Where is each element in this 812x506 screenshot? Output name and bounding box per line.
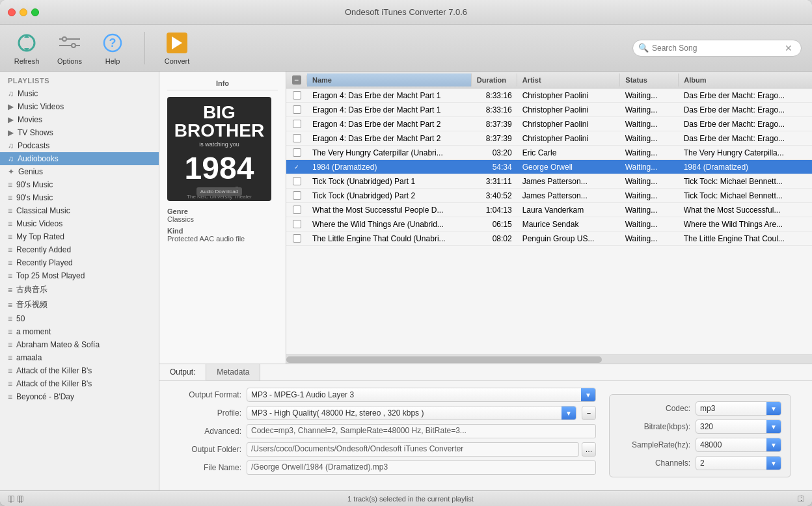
table-row[interactable]: The Very Hungry Caterpillar (Unabri... 0… [286,146,812,160]
format-select[interactable]: MP3 - MPEG-1 Audio Layer 3 ▼ [247,388,596,402]
table-row[interactable]: Eragon 4: Das Erbe der Macht Part 1 8:33… [286,103,812,117]
table-row[interactable]: Eragon 4: Das Erbe der Macht Part 2 8:37… [286,131,812,146]
scrollbar-thumb[interactable] [286,356,602,363]
table-row[interactable]: 1984 (Dramatized) 54:34 George Orwell Wa… [286,160,812,174]
sidebar-item-tv-shows[interactable]: ▶ TV Shows [0,126,159,139]
close-button[interactable] [8,8,16,16]
sidebar-item-my-top-rated[interactable]: ≡ My Top Rated [0,230,159,243]
row-checkbox[interactable] [293,220,301,228]
table-row[interactable]: Tick Tock (Unabridged) Part 2 3:40:52 Ja… [286,189,812,203]
td-name: Eragon 4: Das Erbe der Macht Part 2 [307,133,472,144]
row-checkbox[interactable] [293,163,301,171]
sidebar-item-a-moment[interactable]: ≡ a moment [0,325,159,338]
kind-row: Kind Protected AAC audio file [167,227,278,243]
td-check[interactable] [286,191,307,200]
options-button[interactable]: Options [53,31,86,65]
playlist-icon: ≡ [8,219,12,228]
status-text: 1 track(s) selected in the current playl… [23,495,798,503]
sidebar-item-music[interactable]: ♫ Music [0,87,159,100]
row-checkbox[interactable] [293,105,301,114]
td-check[interactable] [286,206,307,214]
sidebar-item-chinese-music[interactable]: ≡ 古典音乐 [0,282,159,297]
table-row[interactable]: What the Most Successful People D... 1:0… [286,203,812,217]
sidebar-item-audiobooks[interactable]: ♫ Audiobooks [0,152,159,165]
bitrate-select[interactable]: 320 ▼ [696,419,781,434]
td-check[interactable] [286,163,307,171]
horizontal-scrollbar[interactable] [286,354,812,364]
advanced-label: Advanced: [170,427,241,436]
album-art-badge: Audio Download [196,187,242,196]
row-checkbox[interactable] [293,134,301,142]
sidebar-item-90s-music-1[interactable]: ≡ 90's Music [0,178,159,191]
sidebar-item-recently-added[interactable]: ≡ Recently Added [0,243,159,256]
sidebar-item-top-25[interactable]: ≡ Top 25 Most Played [0,269,159,282]
statusbar: | || 1 track(s) selected in the current … [0,490,812,506]
profile-select[interactable]: MP3 - High Quality( 48000 Hz, stereo , 3… [247,406,576,420]
format-label: Output Format: [170,390,241,399]
sidebar-item-amaala[interactable]: ≡ amaala [0,351,159,364]
sidebar-section-label: Playlists [0,72,159,87]
sidebar-item-attack-1[interactable]: ≡ Attack of the Killer B's [0,364,159,377]
table-row[interactable]: Tick Tock (Unabridged) Part 1 3:31:11 Ja… [286,174,812,189]
sidebar-item-movies[interactable]: ▶ Movies [0,113,159,126]
table-row[interactable]: The Little Engine That Could (Unabri... … [286,232,812,246]
convert-button[interactable]: Convert [161,31,193,65]
search-clear-button[interactable]: ✕ [785,43,792,53]
tab-output[interactable]: Output: [159,364,206,380]
row-checkbox[interactable] [293,120,301,128]
kind-label: Kind [167,227,183,235]
folder-browse-button[interactable]: … [582,442,596,457]
minimize-button[interactable] [20,8,27,16]
th-artist[interactable]: Artist [517,73,621,87]
search-input[interactable] [652,44,782,53]
th-name[interactable]: Name [307,73,472,87]
td-check[interactable] [286,120,307,128]
sidebar-item-music-videos-2[interactable]: ≡ Music Videos [0,217,159,230]
deselect-all-button[interactable] [292,75,301,85]
td-check[interactable] [286,234,307,243]
status-pause-button[interactable]: | [8,496,14,502]
table-row[interactable]: Eragon 4: Das Erbe der Macht Part 2 8:37… [286,117,812,131]
sidebar-item-beyonce[interactable]: ≡ Beyoncé - B'Day [0,390,159,403]
td-check[interactable] [286,105,307,114]
row-checkbox[interactable] [293,206,301,214]
th-album[interactable]: Album [679,73,812,87]
td-check[interactable] [286,177,307,185]
sidebar-item-classical[interactable]: ≡ Classical Music [0,204,159,217]
td-check[interactable] [286,91,307,100]
sidebar-item-genius[interactable]: ✦ Genius [0,165,159,178]
sidebar-item-50[interactable]: ≡ 50 [0,312,159,325]
td-check[interactable] [286,134,307,142]
table-row[interactable]: Eragon 4: Das Erbe der Macht Part 1 8:33… [286,88,812,103]
tab-metadata[interactable]: Metadata [206,364,260,380]
sidebar-item-recently-played[interactable]: ≡ Recently Played [0,256,159,269]
sidebar-item-attack-2[interactable]: ≡ Attack of the Killer B's [0,377,159,390]
maximize-button[interactable] [31,8,39,16]
profile-edit-button[interactable]: − [582,406,596,420]
sidebar-item-abraham-mateo[interactable]: ≡ Abraham Mateo & Sofía [0,338,159,351]
th-duration[interactable]: Duration [472,73,517,87]
help-button[interactable]: ? Help [96,31,129,65]
sidebar-item-90s-music-2[interactable]: ≡ 90's Music [0,191,159,204]
row-checkbox[interactable] [293,234,301,243]
channels-select[interactable]: 2 ▼ [696,456,781,470]
row-checkbox[interactable] [293,191,301,200]
table-row[interactable]: Where the Wild Things Are (Unabrid... 06… [286,217,812,232]
th-status[interactable]: Status [620,73,679,87]
table-scroll[interactable]: Eragon 4: Das Erbe der Macht Part 1 8:33… [286,88,812,354]
codec-select[interactable]: mp3 ▼ [696,401,781,416]
status-stop-button[interactable]: || [17,496,23,502]
refresh-button[interactable]: Refresh [10,31,43,65]
sidebar-item-music-videos[interactable]: ▶ Music Videos [0,100,159,113]
sidebar-item-music-videos-3[interactable]: ≡ 音乐视频 [0,297,159,312]
td-duration: 1:04:13 [472,204,517,216]
td-check[interactable] [286,148,307,157]
row-checkbox[interactable] [293,148,301,157]
td-check[interactable] [286,220,307,228]
samplerate-select[interactable]: 48000 ▼ [696,438,781,452]
row-checkbox[interactable] [293,91,301,100]
status-grid-button[interactable]: ⋮ [798,496,804,502]
sidebar-item-podcasts[interactable]: ♫ Podcasts [0,139,159,152]
row-checkbox[interactable] [293,177,301,185]
info-panel: Info BIG BROTHER is watching you 1984 Ge… [159,72,286,364]
